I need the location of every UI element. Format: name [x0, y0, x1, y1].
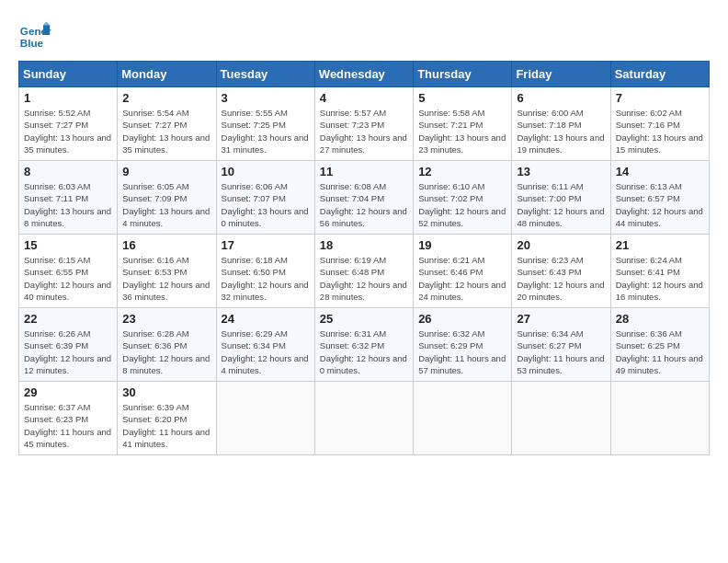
day-number: 2 — [122, 91, 210, 105]
calendar-cell: 24Sunrise: 6:29 AMSunset: 6:34 PMDayligh… — [216, 308, 314, 382]
day-number: 28 — [616, 312, 704, 326]
day-number: 12 — [418, 165, 506, 178]
calendar-cell: 5Sunrise: 5:58 AMSunset: 7:21 PMDaylight… — [414, 87, 512, 161]
calendar-cell: 19Sunrise: 6:21 AMSunset: 6:46 PMDayligh… — [414, 235, 512, 308]
svg-text:Blue: Blue — [20, 37, 44, 49]
day-info: Sunrise: 6:02 AMSunset: 7:16 PMDaylight:… — [616, 107, 704, 155]
day-info: Sunrise: 6:31 AMSunset: 6:32 PMDaylight:… — [320, 327, 408, 376]
calendar-table: SundayMondayTuesdayWednesdayThursdayFrid… — [18, 61, 710, 455]
day-number: 29 — [24, 385, 112, 399]
day-info: Sunrise: 6:06 AMSunset: 7:07 PMDaylight:… — [222, 180, 310, 229]
calendar-cell: 3Sunrise: 5:55 AMSunset: 7:25 PMDaylight… — [216, 87, 314, 161]
day-info: Sunrise: 6:32 AMSunset: 6:29 PMDaylight:… — [418, 327, 506, 376]
day-info: Sunrise: 5:58 AMSunset: 7:21 PMDaylight:… — [418, 107, 506, 155]
day-info: Sunrise: 6:29 AMSunset: 6:34 PMDaylight:… — [222, 327, 310, 376]
day-info: Sunrise: 6:10 AMSunset: 7:02 PMDaylight:… — [418, 180, 506, 229]
calendar-body: 1Sunrise: 5:52 AMSunset: 7:27 PMDaylight… — [19, 87, 710, 455]
logo-icon: General Blue — [18, 18, 51, 52]
day-number: 3 — [222, 91, 310, 105]
day-number: 22 — [24, 312, 112, 326]
calendar-cell: 8Sunrise: 6:03 AMSunset: 7:11 PMDaylight… — [19, 161, 118, 235]
calendar-cell: 26Sunrise: 6:32 AMSunset: 6:29 PMDayligh… — [414, 308, 512, 382]
calendar-cell: 28Sunrise: 6:36 AMSunset: 6:25 PMDayligh… — [610, 308, 709, 382]
day-header-tuesday: Tuesday — [216, 62, 314, 87]
day-header-thursday: Thursday — [414, 62, 512, 87]
day-info: Sunrise: 6:23 AMSunset: 6:43 PMDaylight:… — [517, 254, 605, 303]
header: General Blue — [18, 18, 710, 52]
day-header-wednesday: Wednesday — [314, 62, 413, 87]
day-number: 23 — [122, 312, 210, 326]
day-info: Sunrise: 6:37 AMSunset: 6:23 PMDaylight:… — [24, 401, 112, 450]
day-info: Sunrise: 6:13 AMSunset: 6:57 PMDaylight:… — [616, 180, 704, 229]
day-header-friday: Friday — [512, 62, 610, 87]
day-number: 16 — [122, 238, 210, 252]
day-number: 11 — [320, 165, 408, 178]
calendar-cell: 21Sunrise: 6:24 AMSunset: 6:41 PMDayligh… — [610, 235, 709, 308]
calendar-cell: 1Sunrise: 5:52 AMSunset: 7:27 PMDaylight… — [19, 87, 118, 161]
day-number: 8 — [24, 165, 112, 178]
day-info: Sunrise: 6:24 AMSunset: 6:41 PMDaylight:… — [616, 254, 704, 303]
day-info: Sunrise: 6:03 AMSunset: 7:11 PMDaylight:… — [24, 180, 112, 229]
calendar-week-row: 29Sunrise: 6:37 AMSunset: 6:23 PMDayligh… — [19, 382, 710, 455]
calendar-cell: 15Sunrise: 6:15 AMSunset: 6:55 PMDayligh… — [19, 235, 118, 308]
day-info: Sunrise: 5:54 AMSunset: 7:27 PMDaylight:… — [122, 107, 210, 155]
calendar-week-row: 8Sunrise: 6:03 AMSunset: 7:11 PMDaylight… — [19, 161, 710, 235]
calendar-cell: 2Sunrise: 5:54 AMSunset: 7:27 PMDaylight… — [118, 87, 216, 161]
day-number: 15 — [24, 238, 112, 252]
calendar-cell: 11Sunrise: 6:08 AMSunset: 7:04 PMDayligh… — [314, 161, 413, 235]
day-info: Sunrise: 6:00 AMSunset: 7:18 PMDaylight:… — [517, 107, 605, 155]
day-info: Sunrise: 6:16 AMSunset: 6:53 PMDaylight:… — [122, 254, 210, 303]
day-header-sunday: Sunday — [19, 62, 118, 87]
calendar-cell: 14Sunrise: 6:13 AMSunset: 6:57 PMDayligh… — [610, 161, 709, 235]
calendar-cell — [314, 382, 413, 455]
day-number: 10 — [222, 165, 310, 178]
svg-marker-3 — [43, 22, 50, 26]
day-number: 4 — [320, 91, 408, 105]
day-number: 17 — [222, 238, 310, 252]
calendar-cell: 29Sunrise: 6:37 AMSunset: 6:23 PMDayligh… — [19, 382, 118, 455]
day-number: 26 — [418, 312, 506, 326]
day-header-monday: Monday — [118, 62, 216, 87]
calendar-cell: 16Sunrise: 6:16 AMSunset: 6:53 PMDayligh… — [118, 235, 216, 308]
day-number: 27 — [517, 312, 605, 326]
calendar-cell — [414, 382, 512, 455]
calendar-header-row: SundayMondayTuesdayWednesdayThursdayFrid… — [19, 62, 710, 87]
day-info: Sunrise: 5:52 AMSunset: 7:27 PMDaylight:… — [24, 107, 112, 155]
day-number: 20 — [517, 238, 605, 252]
calendar-cell: 18Sunrise: 6:19 AMSunset: 6:48 PMDayligh… — [314, 235, 413, 308]
logo: General Blue — [18, 18, 51, 52]
day-info: Sunrise: 6:11 AMSunset: 7:00 PMDaylight:… — [517, 180, 605, 229]
calendar-cell: 10Sunrise: 6:06 AMSunset: 7:07 PMDayligh… — [216, 161, 314, 235]
calendar-cell: 22Sunrise: 6:26 AMSunset: 6:39 PMDayligh… — [19, 308, 118, 382]
day-info: Sunrise: 6:21 AMSunset: 6:46 PMDaylight:… — [418, 254, 506, 303]
day-number: 1 — [24, 91, 112, 105]
calendar-cell: 4Sunrise: 5:57 AMSunset: 7:23 PMDaylight… — [314, 87, 413, 161]
svg-marker-2 — [43, 25, 50, 35]
day-info: Sunrise: 6:15 AMSunset: 6:55 PMDaylight:… — [24, 254, 112, 303]
day-number: 9 — [122, 165, 210, 178]
day-header-saturday: Saturday — [610, 62, 709, 87]
day-info: Sunrise: 5:55 AMSunset: 7:25 PMDaylight:… — [222, 107, 310, 155]
day-number: 5 — [418, 91, 506, 105]
calendar-cell: 12Sunrise: 6:10 AMSunset: 7:02 PMDayligh… — [414, 161, 512, 235]
day-number: 18 — [320, 238, 408, 252]
calendar-cell: 7Sunrise: 6:02 AMSunset: 7:16 PMDaylight… — [610, 87, 709, 161]
calendar-cell: 13Sunrise: 6:11 AMSunset: 7:00 PMDayligh… — [512, 161, 610, 235]
day-info: Sunrise: 6:19 AMSunset: 6:48 PMDaylight:… — [320, 254, 408, 303]
calendar-cell: 17Sunrise: 6:18 AMSunset: 6:50 PMDayligh… — [216, 235, 314, 308]
day-number: 30 — [122, 385, 210, 399]
calendar-cell: 9Sunrise: 6:05 AMSunset: 7:09 PMDaylight… — [118, 161, 216, 235]
calendar-week-row: 15Sunrise: 6:15 AMSunset: 6:55 PMDayligh… — [19, 235, 710, 308]
day-info: Sunrise: 6:34 AMSunset: 6:27 PMDaylight:… — [517, 327, 605, 376]
calendar-week-row: 22Sunrise: 6:26 AMSunset: 6:39 PMDayligh… — [19, 308, 710, 382]
day-info: Sunrise: 6:26 AMSunset: 6:39 PMDaylight:… — [24, 327, 112, 376]
day-number: 25 — [320, 312, 408, 326]
day-info: Sunrise: 6:36 AMSunset: 6:25 PMDaylight:… — [616, 327, 704, 376]
day-info: Sunrise: 5:57 AMSunset: 7:23 PMDaylight:… — [320, 107, 408, 155]
day-number: 14 — [616, 165, 704, 178]
calendar-week-row: 1Sunrise: 5:52 AMSunset: 7:27 PMDaylight… — [19, 87, 710, 161]
day-number: 19 — [418, 238, 506, 252]
calendar-cell: 20Sunrise: 6:23 AMSunset: 6:43 PMDayligh… — [512, 235, 610, 308]
day-info: Sunrise: 6:08 AMSunset: 7:04 PMDaylight:… — [320, 180, 408, 229]
calendar-cell: 23Sunrise: 6:28 AMSunset: 6:36 PMDayligh… — [118, 308, 216, 382]
